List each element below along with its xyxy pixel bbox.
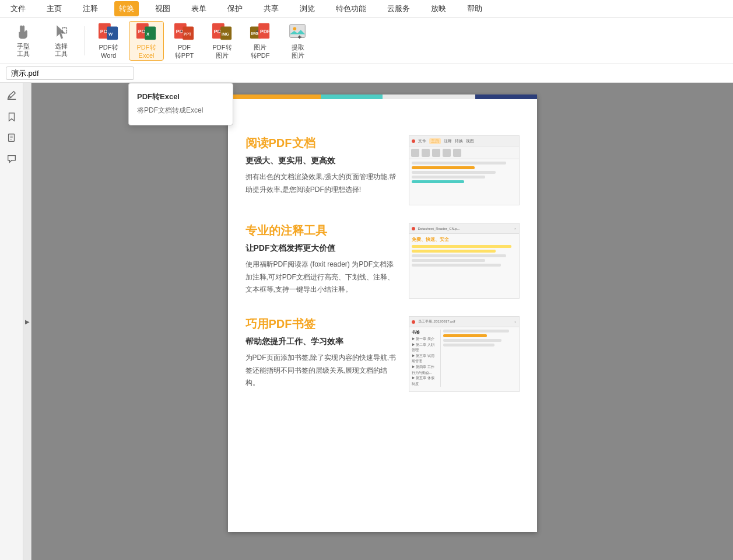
- svg-text:X: X: [146, 32, 149, 37]
- pdf-word-icon: PDF W: [98, 22, 119, 43]
- pdf-annotate-body: 使用福昕PDF阅读器 (foxit reader) 为PDF文档添加注释,可对P…: [245, 258, 397, 296]
- pdf-section-annotate: 专业的注释工具 让PDF文档发挥更大价值 使用福昕PDF阅读器 (foxit r…: [245, 223, 520, 299]
- menu-home[interactable]: 主页: [42, 1, 66, 16]
- pdf-to-excel-button[interactable]: PDF X PDF转Excel: [129, 21, 164, 61]
- svg-point-22: [293, 27, 296, 31]
- pdf-bookmark-title: 巧用PDF书签: [245, 316, 397, 332]
- address-bar: [0, 64, 733, 83]
- sidebar-bookmark-icon[interactable]: [3, 108, 20, 125]
- pdf-image-label: PDF转图片: [213, 44, 232, 59]
- main-layout: ▶ 阅读PDF文档 更强大、更实用、更高效 拥有出色的文档渲染效果,强大的页面管…: [0, 83, 733, 560]
- svg-text:W: W: [108, 32, 113, 37]
- tooltip-dropdown: PDF转Excel 将PDF文档转成Excel: [128, 83, 233, 125]
- menu-protect[interactable]: 保护: [223, 1, 247, 16]
- hand-tool-button[interactable]: 手型工具: [6, 21, 41, 61]
- menu-convert[interactable]: 转换: [114, 1, 139, 16]
- pdf-word-label: PDF转Word: [99, 44, 118, 59]
- pdf-bookmark-body: 为PDF页面添加书签,除了实现内容的快速导航,书签还能指明不同书签的层级关系,展…: [245, 352, 397, 390]
- pdf-page: 阅读PDF文档 更强大、更实用、更高效 拥有出色的文档渲染效果,强大的页面管理功…: [228, 94, 537, 532]
- filename-input[interactable]: [6, 66, 134, 80]
- menu-help[interactable]: 帮助: [462, 1, 487, 16]
- pdf-read-subtitle: 更强大、更实用、更高效: [245, 156, 397, 166]
- chevron-right-icon: ▶: [25, 318, 30, 325]
- panel-toggle-button[interactable]: ▶: [23, 83, 31, 560]
- image-pdf-label: 图片转PDF: [251, 44, 270, 59]
- sidebar-comments-icon[interactable]: [3, 150, 20, 167]
- pdf-ppt-label: PDF转PPT: [175, 44, 194, 59]
- menu-slideshow[interactable]: 放映: [426, 1, 451, 16]
- sidebar-edit-icon[interactable]: [3, 88, 20, 104]
- svg-text:PDF: PDF: [260, 29, 270, 34]
- select-tool-button[interactable]: 选择工具: [44, 21, 79, 61]
- extract-image-label: 提取图片: [292, 44, 304, 59]
- color-orange: [228, 94, 321, 99]
- menu-browse[interactable]: 浏览: [295, 1, 320, 16]
- svg-text:PPT: PPT: [184, 32, 191, 36]
- content-area: 阅读PDF文档 更强大、更实用、更高效 拥有出色的文档渲染效果,强大的页面管理功…: [31, 83, 733, 560]
- color-gray: [383, 94, 475, 99]
- hand-icon: [13, 23, 34, 42]
- pdf-section-annotate-text: 专业的注释工具 让PDF文档发挥更大价值 使用福昕PDF阅读器 (foxit r…: [245, 223, 397, 296]
- menu-share[interactable]: 共享: [259, 1, 283, 16]
- tooltip-description: 将PDF文档转成Excel: [129, 104, 233, 119]
- menu-cloud[interactable]: 云服务: [383, 1, 415, 16]
- extract-image-button[interactable]: 提取图片: [280, 21, 315, 61]
- pdf-color-bar: [228, 94, 537, 99]
- pdf-read-title: 阅读PDF文档: [245, 135, 397, 151]
- tooltip-title: PDF转Excel: [129, 89, 233, 104]
- image-to-pdf-button[interactable]: IMG PDF 图片转PDF: [243, 21, 278, 61]
- menu-annotation[interactable]: 注释: [78, 1, 103, 16]
- pdf-to-ppt-button[interactable]: PDF PPT PDF转PPT: [167, 21, 202, 61]
- pdf-section-bookmark-text: 巧用PDF书签 帮助您提升工作、学习效率 为PDF页面添加书签,除了实现内容的快…: [245, 316, 397, 390]
- toolbar-divider-1: [85, 26, 85, 55]
- hand-tool-label: 手型工具: [17, 43, 30, 58]
- pdf-ppt-icon: PDF PPT: [174, 22, 195, 43]
- pdf-image-icon: PDF IMG: [212, 22, 233, 43]
- pdf-section-read-text: 阅读PDF文档 更强大、更实用、更高效 拥有出色的文档渲染效果,强大的页面管理功…: [245, 135, 397, 196]
- pdf-read-thumbnail: 文件 主页 注释 转换 视图: [409, 135, 520, 205]
- menu-features[interactable]: 特色功能: [331, 1, 371, 16]
- pdf-to-image-button[interactable]: PDF IMG PDF转图片: [205, 21, 240, 61]
- svg-text:IMG: IMG: [222, 32, 229, 36]
- menu-form[interactable]: 表单: [187, 1, 211, 16]
- menu-view[interactable]: 视图: [150, 1, 175, 16]
- pdf-read-body: 拥有出色的文档渲染效果,强大的页面管理功能,帮助提升效率,是您阅读PDF的理想选…: [245, 171, 397, 196]
- select-icon: [51, 23, 72, 42]
- pdf-annotate-title: 专业的注释工具: [245, 223, 397, 239]
- pdf-to-word-button[interactable]: PDF W PDF转Word: [91, 21, 126, 61]
- toolbar: 手型工具 选择工具 PDF W PDF转Word: [0, 18, 733, 64]
- pdf-bookmark-subtitle: 帮助您提升工作、学习效率: [245, 337, 397, 347]
- image-pdf-icon: IMG PDF: [250, 22, 271, 43]
- menu-bar: 文件 主页 注释 转换 视图 表单 保护 共享 浏览 特色功能 云服务 放映 帮…: [0, 0, 733, 18]
- menu-file[interactable]: 文件: [6, 1, 30, 16]
- pdf-section-read: 阅读PDF文档 更强大、更实用、更高效 拥有出色的文档渲染效果,强大的页面管理功…: [245, 135, 520, 205]
- color-teal: [321, 94, 383, 99]
- svg-rect-21: [290, 24, 306, 38]
- extract-icon: [287, 22, 308, 43]
- select-tool-label: 选择工具: [55, 43, 68, 58]
- pdf-excel-icon: PDF X: [136, 22, 157, 43]
- left-sidebar: [0, 83, 23, 560]
- pdf-excel-label: PDF转Excel: [137, 44, 156, 59]
- pdf-bookmark-thumbnail: 员工手册_20120917.pdf × 书签 ▶ 第一章 简介 ▶ 第二章 入职…: [409, 316, 520, 392]
- color-navy: [475, 94, 537, 99]
- pdf-annotate-thumbnail: Datasheet_Reader_CN.p... × 免费、快速、安全: [409, 223, 520, 299]
- sidebar-pages-icon[interactable]: [3, 130, 20, 146]
- pdf-section-bookmark: 巧用PDF书签 帮助您提升工作、学习效率 为PDF页面添加书签,除了实现内容的快…: [245, 316, 520, 392]
- pdf-annotate-subtitle: 让PDF文档发挥更大价值: [245, 243, 397, 254]
